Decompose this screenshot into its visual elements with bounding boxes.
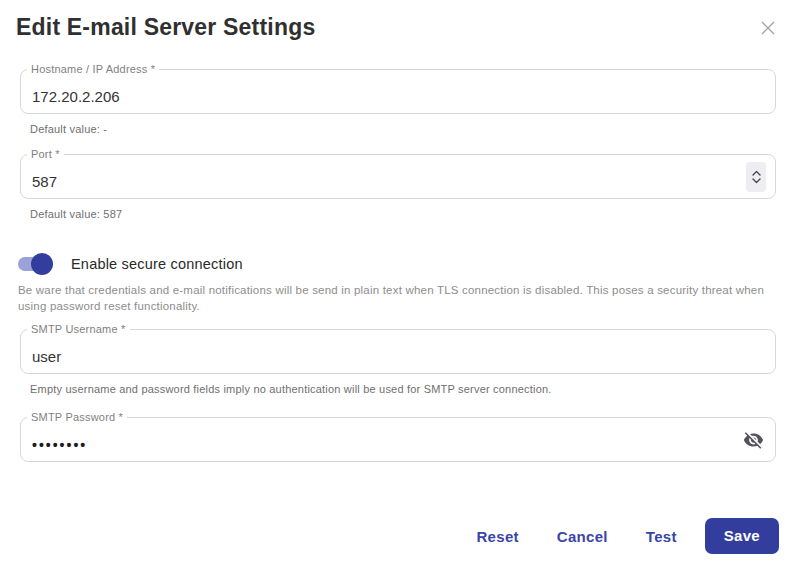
secure-connection-label: Enable secure connection xyxy=(71,256,243,272)
hostname-helper-text: Default value: - xyxy=(30,123,776,135)
toggle-thumb xyxy=(31,253,53,275)
email-server-form: Hostname / IP Address * Default value: -… xyxy=(20,69,776,554)
dialog-header: Edit E-mail Server Settings xyxy=(0,0,794,41)
stepper-down-icon xyxy=(752,178,761,184)
test-button[interactable]: Test xyxy=(646,528,677,545)
secure-connection-toggle[interactable] xyxy=(18,252,53,276)
visibility-off-icon xyxy=(743,429,764,450)
hostname-input[interactable] xyxy=(21,70,775,113)
secure-connection-row: Enable secure connection xyxy=(18,252,776,276)
port-field: Port * xyxy=(20,154,776,199)
port-helper-text: Default value: 587 xyxy=(30,208,776,220)
cancel-button[interactable]: Cancel xyxy=(557,528,608,545)
close-button[interactable] xyxy=(756,16,780,40)
smtp-password-field: SMTP Password * xyxy=(20,417,776,462)
toggle-password-visibility-button[interactable] xyxy=(742,428,765,451)
port-stepper[interactable] xyxy=(746,162,766,192)
smtp-username-helper-text: Empty username and password fields imply… xyxy=(30,383,776,395)
port-input[interactable] xyxy=(21,155,775,198)
smtp-password-input[interactable] xyxy=(21,418,775,461)
reset-button[interactable]: Reset xyxy=(476,528,518,545)
save-button[interactable]: Save xyxy=(705,518,779,554)
hostname-field: Hostname / IP Address * xyxy=(20,69,776,114)
tls-warning-text: Be ware that credentials and e-mail noti… xyxy=(18,282,776,314)
edit-email-server-settings-dialog: Edit E-mail Server Settings Hostname / I… xyxy=(0,0,794,576)
smtp-username-field: SMTP Username * xyxy=(20,329,776,374)
stepper-up-icon xyxy=(752,170,761,176)
close-icon xyxy=(760,20,776,36)
dialog-title: Edit E-mail Server Settings xyxy=(16,14,315,41)
smtp-username-input[interactable] xyxy=(21,330,775,373)
dialog-actions: Reset Cancel Test Save xyxy=(20,518,779,554)
